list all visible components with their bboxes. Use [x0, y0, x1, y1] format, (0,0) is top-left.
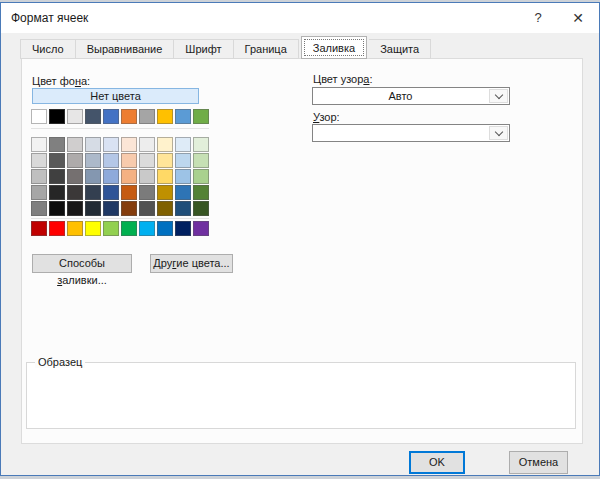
color-swatch[interactable] — [121, 201, 137, 216]
theme-colors-row — [31, 109, 209, 124]
color-swatch[interactable] — [49, 109, 65, 124]
color-swatch[interactable] — [157, 137, 173, 152]
palette-row — [31, 185, 209, 200]
color-swatch[interactable] — [31, 153, 47, 168]
pattern-color-value: Авто — [313, 88, 488, 104]
color-swatch[interactable] — [103, 109, 119, 124]
color-swatch[interactable] — [85, 221, 101, 236]
color-swatch[interactable] — [85, 153, 101, 168]
color-swatch[interactable] — [67, 169, 83, 184]
color-swatch[interactable] — [121, 153, 137, 168]
color-swatch[interactable] — [193, 221, 209, 236]
color-swatch[interactable] — [49, 169, 65, 184]
color-swatch[interactable] — [193, 185, 209, 200]
ok-button[interactable]: OK — [409, 451, 465, 474]
color-swatch[interactable] — [139, 153, 155, 168]
color-swatch[interactable] — [67, 185, 83, 200]
fill-tab-panel: Цвет фона: Нет цвета Способы заливки... … — [21, 58, 583, 444]
color-swatch[interactable] — [139, 201, 155, 216]
color-swatch[interactable] — [85, 201, 101, 216]
color-swatch[interactable] — [31, 137, 47, 152]
color-swatch[interactable] — [85, 185, 101, 200]
color-swatch[interactable] — [157, 109, 173, 124]
screen-background: Формат ячеек ? ✕ ЧислоВыравниваниеШрифтГ… — [0, 0, 600, 479]
color-swatch[interactable] — [31, 169, 47, 184]
tab-number[interactable]: Число — [20, 39, 76, 59]
color-swatch[interactable] — [175, 169, 191, 184]
tab-protection[interactable]: Защита — [369, 39, 431, 59]
color-swatch[interactable] — [121, 185, 137, 200]
color-swatch[interactable] — [193, 153, 209, 168]
color-swatch[interactable] — [157, 185, 173, 200]
color-swatch[interactable] — [157, 201, 173, 216]
color-swatch[interactable] — [103, 201, 119, 216]
cancel-button[interactable]: Отмена — [509, 451, 568, 474]
color-swatch[interactable] — [31, 109, 47, 124]
pattern-select[interactable] — [312, 124, 510, 142]
color-swatch[interactable] — [139, 137, 155, 152]
color-swatch[interactable] — [103, 169, 119, 184]
color-swatch[interactable] — [49, 201, 65, 216]
color-swatch[interactable] — [103, 153, 119, 168]
color-swatch[interactable] — [193, 201, 209, 216]
color-swatch[interactable] — [175, 109, 191, 124]
more-colors-button[interactable]: Другие цвета... — [150, 254, 233, 273]
color-swatch[interactable] — [139, 221, 155, 236]
color-swatch[interactable] — [49, 221, 65, 236]
color-swatch[interactable] — [85, 169, 101, 184]
dropdown-button[interactable] — [489, 126, 508, 140]
color-swatch[interactable] — [85, 137, 101, 152]
color-swatch[interactable] — [103, 221, 119, 236]
help-icon: ? — [534, 10, 541, 25]
color-swatch[interactable] — [49, 185, 65, 200]
tab-font[interactable]: Шрифт — [174, 39, 233, 59]
color-swatch[interactable] — [175, 153, 191, 168]
tab-alignment[interactable]: Выравнивание — [76, 39, 175, 59]
color-swatch[interactable] — [121, 137, 137, 152]
sample-preview — [27, 363, 575, 428]
color-swatch[interactable] — [139, 109, 155, 124]
tab-fill[interactable]: Заливка — [301, 36, 367, 59]
sample-groupbox: Образец — [26, 362, 576, 429]
color-swatch[interactable] — [175, 201, 191, 216]
palette-row — [31, 169, 209, 184]
color-swatch[interactable] — [121, 169, 137, 184]
color-swatch[interactable] — [175, 185, 191, 200]
color-swatch[interactable] — [157, 153, 173, 168]
color-swatch[interactable] — [49, 153, 65, 168]
color-swatch[interactable] — [67, 109, 83, 124]
color-swatch[interactable] — [121, 221, 137, 236]
help-button[interactable]: ? — [523, 3, 553, 33]
color-swatch[interactable] — [31, 185, 47, 200]
no-color-button[interactable]: Нет цвета — [32, 88, 199, 104]
color-swatch[interactable] — [67, 153, 83, 168]
color-swatch[interactable] — [175, 221, 191, 236]
color-swatch[interactable] — [139, 169, 155, 184]
palette-separator — [31, 218, 209, 219]
color-swatch[interactable] — [49, 137, 65, 152]
color-swatch[interactable] — [103, 137, 119, 152]
pattern-color-select[interactable]: Авто — [312, 87, 510, 105]
color-swatch[interactable] — [193, 137, 209, 152]
tab-border[interactable]: Граница — [234, 39, 299, 59]
color-swatch[interactable] — [121, 109, 137, 124]
color-swatch[interactable] — [193, 109, 209, 124]
color-swatch[interactable] — [193, 169, 209, 184]
color-swatch[interactable] — [67, 201, 83, 216]
standard-colors-row — [31, 221, 209, 236]
color-swatch[interactable] — [157, 221, 173, 236]
color-swatch[interactable] — [67, 221, 83, 236]
color-swatch[interactable] — [157, 169, 173, 184]
color-swatch[interactable] — [31, 221, 47, 236]
color-swatch[interactable] — [67, 137, 83, 152]
color-swatch[interactable] — [175, 137, 191, 152]
color-swatch[interactable] — [31, 201, 47, 216]
palette-separator — [31, 128, 209, 129]
color-swatch[interactable] — [139, 185, 155, 200]
dialog-title: Формат ячеек — [11, 3, 88, 33]
fill-effects-button[interactable]: Способы заливки... — [32, 254, 132, 273]
color-swatch[interactable] — [85, 109, 101, 124]
dropdown-button[interactable] — [489, 89, 508, 103]
color-swatch[interactable] — [103, 185, 119, 200]
close-button[interactable]: ✕ — [563, 3, 593, 33]
